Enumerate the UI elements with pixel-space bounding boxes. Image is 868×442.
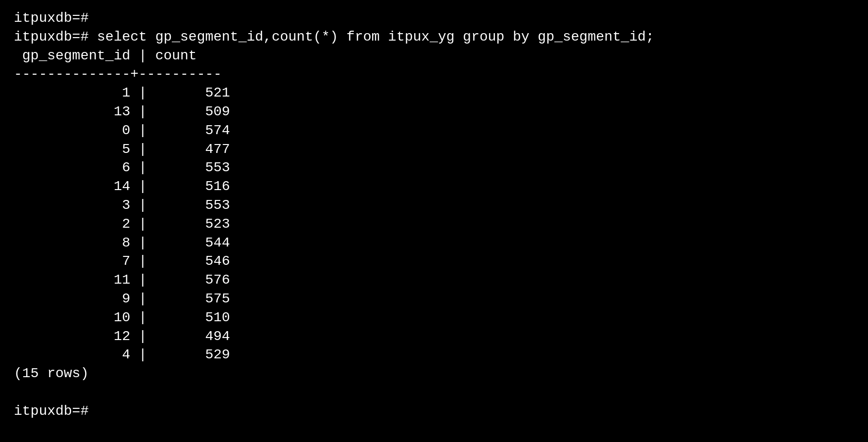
table-row: 1 | 521 [14, 84, 854, 102]
table-header-row: gp_segment_id | count [14, 47, 854, 65]
table-row: 8 | 544 [14, 234, 854, 252]
table-separator: --------------+---------- [14, 65, 854, 84]
prompt-initial: itpuxdb=# [14, 9, 854, 28]
table-row: 4 | 529 [14, 345, 854, 364]
table-row: 7 | 546 [14, 252, 854, 271]
prompt-final: itpuxdb=# [14, 402, 854, 421]
table-data: 1 | 521 13 | 509 0 | 574 5 | 477 6 | 553… [14, 84, 854, 364]
table-row: 5 | 477 [14, 140, 854, 159]
terminal-window: itpuxdb=# itpuxdb=# select gp_segment_id… [8, 5, 860, 442]
table-row: 12 | 494 [14, 327, 854, 346]
sql-command: itpuxdb=# select gp_segment_id,count(*) … [14, 28, 854, 47]
row-count: (15 rows) [14, 364, 854, 383]
table-row: 14 | 516 [14, 177, 854, 196]
table-row: 11 | 576 [14, 271, 854, 290]
table-row: 3 | 553 [14, 196, 854, 215]
table-row: 13 | 509 [14, 102, 854, 121]
table-row: 0 | 574 [14, 121, 854, 140]
table-row: 10 | 510 [14, 308, 854, 327]
table-row: 9 | 575 [14, 290, 854, 308]
table-row: 6 | 553 [14, 158, 854, 177]
blank-line [14, 383, 854, 402]
table-row: 2 | 523 [14, 215, 854, 234]
